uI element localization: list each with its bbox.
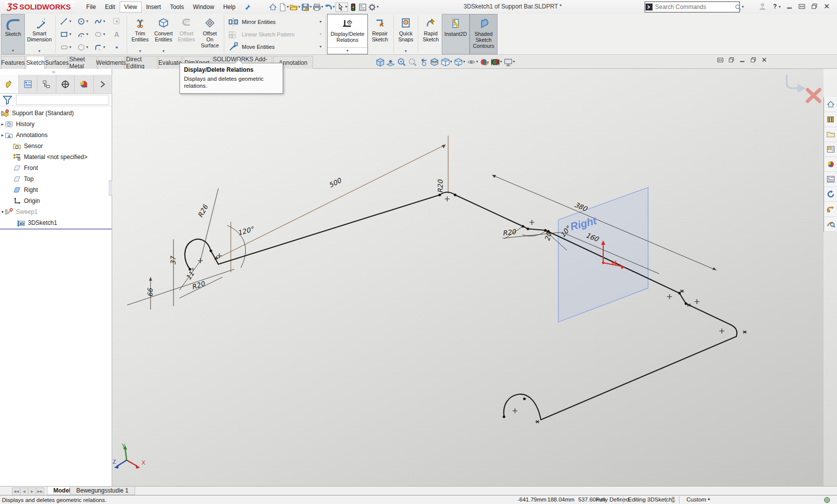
dimension-label[interactable]: 66 [146,288,154,297]
dimension-label[interactable]: R26 [196,203,209,219]
mirror-dropdown-icon[interactable]: ▾ [320,20,322,24]
convert-entities-button[interactable]: Convert Entities ▾ [152,14,175,54]
expand-arrow-icon[interactable]: ▾ [0,209,5,214]
view-orientation-button[interactable]: ▾ [441,57,452,67]
polygon-tool-button[interactable]: ▾ [74,41,91,54]
design-library-button[interactable] [824,112,837,127]
move-dropdown-icon[interactable]: ▾ [320,45,322,49]
instant2d-button[interactable]: Instant2D [442,14,470,54]
repair-sketch-button[interactable]: Repair Sketch [368,14,392,54]
sketch-point[interactable] [526,227,529,230]
sketch-arc-hook[interactable] [504,394,541,420]
print-button[interactable]: ▾ [313,3,323,11]
file-explorer-button[interactable] [824,127,837,142]
zoom-to-fit-button[interactable] [375,57,384,67]
tree-item-annotations[interactable]: ▸AAnnotations [0,130,112,141]
previous-view-button[interactable] [419,57,428,67]
menu-item-file[interactable]: File [82,1,100,12]
tree-item-top[interactable]: Top [0,173,112,184]
edit-appearance-button[interactable] [480,57,489,67]
tab-motion-study[interactable]: Bewegungsstudie 1 [70,487,135,495]
undo-dropdown-icon[interactable]: ▾ [333,5,335,9]
xpress-products-button[interactable] [824,202,837,217]
sketch-button[interactable]: Sketch ▾ [1,14,25,54]
displaymanager-tab-button[interactable] [75,75,94,93]
motion-last-button[interactable]: ▶▶ [36,488,44,496]
tree-item-sensor[interactable]: Sensor [0,141,112,152]
tab-sketch[interactable]: Sketch [26,56,45,69]
rectangle-tool-button[interactable]: ▾ [57,28,74,41]
tree-item-material[interactable]: Material <not specified> [0,152,112,163]
open-dropdown-icon[interactable]: ▾ [298,5,300,9]
offset-on-surface-button[interactable]: Offset On Surface [197,14,222,54]
print-dropdown-icon[interactable]: ▾ [321,5,323,9]
appearances-button[interactable] [824,157,837,172]
menu-item-help[interactable]: Help [219,1,240,12]
spline-tool-button[interactable]: ▾ [91,15,108,28]
menu-item-insert[interactable]: Insert [142,1,166,12]
dimension-label[interactable]: 120° [237,225,255,237]
convert-dropdown-icon[interactable]: ▾ [163,49,165,53]
circle-tool-button[interactable]: ▾ [74,15,91,28]
zoom-to-area-button[interactable] [397,57,406,67]
text-tool-button[interactable]: A [108,28,125,41]
sketch-point[interactable] [521,225,524,227]
new-document-dropdown-icon[interactable]: ▾ [287,5,289,9]
smart-dimension-dropdown-icon[interactable]: ▾ [38,49,40,53]
select-cursor-button[interactable]: ▾ [335,2,348,12]
apply-scene-button[interactable]: ▾ [491,57,502,67]
sketch-point[interactable] [438,193,441,196]
hide-show-items-button[interactable]: ▾ [467,57,478,67]
selection-filter-button[interactable] [349,3,357,11]
sketch-arc-corner[interactable] [731,325,737,336]
tab-surfaces[interactable]: Surfaces [46,56,68,69]
rapid-sketch-button[interactable]: Rapid Sketch [420,14,442,54]
minimize-button[interactable] [786,2,793,10]
sketch-origin-point[interactable] [602,262,605,264]
help-button[interactable]: ?▾ [771,2,781,10]
doc-restore-icon[interactable] [750,56,757,63]
mirror-entities-button[interactable]: Mirror Entities ▾ [226,15,324,28]
dimension-label[interactable]: 37 [169,256,177,265]
viewports-button[interactable] [358,3,367,11]
dimension-label[interactable]: 11° [184,267,198,282]
dimension-label[interactable]: R20 [502,227,517,237]
display-delete-relations-button[interactable]: Display/Delete Relations ▾ [327,14,368,54]
save-dropdown-icon[interactable]: ▾ [310,5,312,9]
smart-dimension-button[interactable]: Smart Dimension ▾ [25,14,54,54]
search-go-icon[interactable] [645,3,653,11]
pin-icon[interactable] [244,3,251,11]
dimension-label[interactable]: 500 [328,176,343,189]
dimension-label[interactable]: R20 [190,279,206,291]
close-button[interactable] [823,2,831,10]
options-gear-dropdown-icon[interactable]: ▾ [376,5,378,9]
pin-icon[interactable] [244,3,251,11]
span-displays-button[interactable] [798,2,806,10]
doc-close-icon[interactable] [761,56,768,63]
custom-properties-button[interactable] [824,172,837,187]
expand-arrow-icon[interactable]: ▸ [0,133,5,138]
menu-item-tools[interactable]: Tools [166,1,188,12]
sketch-point[interactable] [523,397,525,400]
featuremanager-tab-button[interactable] [0,75,19,93]
tree-item-sweep1[interactable]: ▾Sweep1 [0,206,112,217]
menu-item-edit[interactable]: Edit [100,1,120,12]
tree-item-right[interactable]: Right [0,184,112,195]
tab-evaluate[interactable]: Evaluate [159,56,181,69]
propertymanager-tab-button[interactable] [19,75,38,93]
menu-item-view[interactable]: View [120,1,142,12]
tab-features[interactable]: Features [1,56,25,69]
tree-item-3dsketch1[interactable]: 3D3DSketch1 [0,217,112,228]
tree-item-history[interactable]: ▸History [0,119,112,130]
expand-panel-button[interactable] [94,75,113,93]
section-view-button[interactable] [430,57,439,67]
update-button[interactable] [824,187,837,202]
search-input[interactable] [653,3,734,10]
tab-direct-editing[interactable]: Direct Editing [126,56,158,69]
search-magnifier-icon[interactable] [734,3,742,11]
view-settings-button[interactable]: ▾ [503,57,515,67]
normal-to-button[interactable] [386,57,395,67]
move-entities-button[interactable]: Move Entities ▾ [226,40,324,53]
home-button[interactable] [269,3,277,11]
sketch-point[interactable] [209,249,212,252]
